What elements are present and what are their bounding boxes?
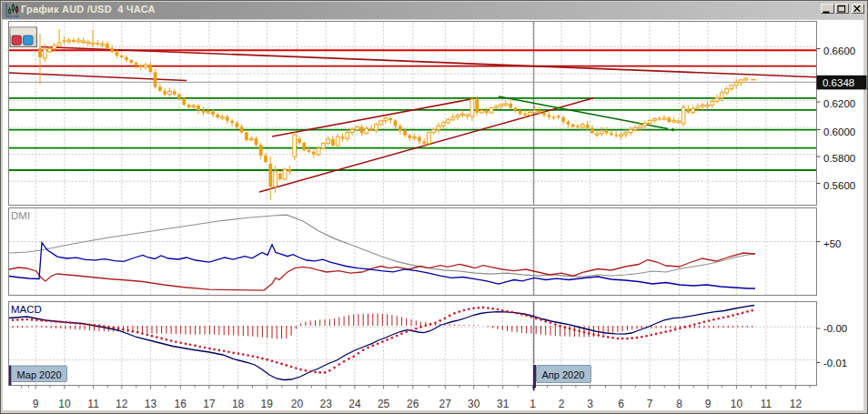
svg-text:0.6348: 0.6348: [823, 77, 854, 88]
svg-text:0.6600: 0.6600: [823, 45, 855, 56]
svg-text:10: 10: [58, 398, 71, 410]
svg-text:27: 27: [439, 398, 452, 410]
svg-text:11: 11: [761, 398, 772, 410]
svg-text:DMI: DMI: [11, 210, 30, 221]
svg-text:20: 20: [291, 398, 304, 410]
svg-text:30: 30: [468, 398, 480, 410]
svg-text:16: 16: [175, 398, 187, 410]
svg-text:6: 6: [618, 398, 624, 410]
svg-text:7: 7: [647, 398, 653, 410]
svg-text:19: 19: [261, 398, 274, 410]
svg-text:0.6000: 0.6000: [823, 126, 855, 137]
svg-text:23: 23: [320, 398, 333, 410]
svg-text:12: 12: [116, 398, 128, 410]
svg-text:12: 12: [790, 398, 802, 410]
svg-text:1: 1: [530, 398, 536, 410]
svg-text:MACD: MACD: [11, 304, 42, 315]
svg-text:11: 11: [87, 398, 99, 410]
svg-text:-0.00: -0.00: [823, 323, 847, 334]
svg-text:3: 3: [587, 398, 593, 410]
svg-text:18: 18: [232, 398, 245, 410]
svg-text:-0.01: -0.01: [823, 358, 847, 369]
svg-text:2: 2: [559, 398, 565, 410]
svg-text:0.5600: 0.5600: [823, 180, 855, 191]
svg-text:0.5800: 0.5800: [823, 153, 855, 164]
svg-text:26: 26: [407, 398, 419, 410]
svg-text:8: 8: [676, 398, 682, 410]
svg-text:9: 9: [705, 398, 712, 410]
svg-text:0.6200: 0.6200: [823, 98, 855, 109]
svg-text:24: 24: [348, 398, 361, 410]
svg-text:9: 9: [33, 398, 39, 410]
svg-text:13: 13: [145, 398, 157, 410]
svg-text:+50: +50: [823, 238, 842, 249]
svg-text:Апр 2020: Апр 2020: [542, 369, 585, 380]
svg-text:10: 10: [731, 398, 743, 410]
svg-text:Мар 2020: Мар 2020: [17, 369, 62, 380]
svg-text:25: 25: [378, 398, 390, 410]
svg-text:31: 31: [497, 398, 510, 410]
svg-text:17: 17: [203, 398, 216, 410]
